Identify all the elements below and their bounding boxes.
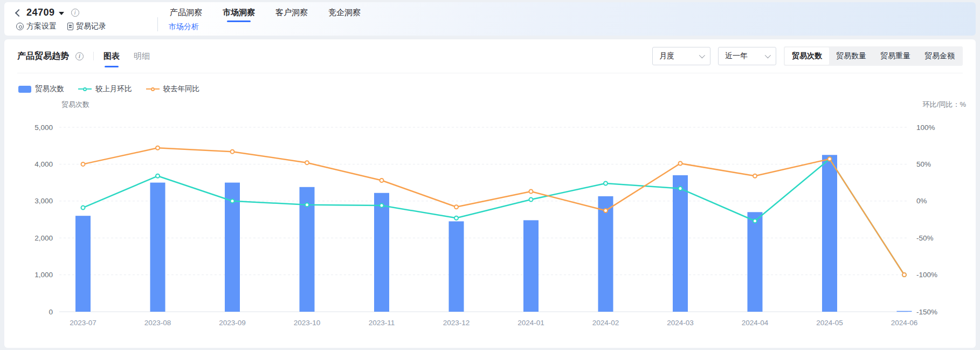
svg-text:0%: 0% — [916, 197, 927, 205]
legend-label: 较上月环比 — [95, 84, 132, 94]
svg-text:-150%: -150% — [916, 308, 937, 316]
tab-competitor-insight[interactable]: 竞企洞察 — [327, 5, 362, 22]
point-较上月环比-2023-12[interactable] — [454, 216, 458, 220]
caret-down-icon[interactable] — [59, 12, 64, 15]
svg-text:2023-07: 2023-07 — [70, 319, 96, 327]
point-较上月环比-2024-04[interactable] — [753, 219, 757, 223]
panel-header: 产品贸易趋势 i 图表 明细 月度 近一年 贸易次数 贸易数量 贸易重量 — [17, 39, 963, 73]
svg-text:3,000: 3,000 — [34, 197, 53, 205]
subnav-market-analysis[interactable]: 市场分析 — [169, 22, 362, 37]
legend-label: 较去年同比 — [163, 84, 200, 94]
svg-text:2024-02: 2024-02 — [592, 319, 619, 327]
legend-yoy[interactable]: 较去年同比 — [146, 84, 200, 94]
range-select-value: 近一年 — [725, 51, 748, 61]
bar-2023-11[interactable] — [374, 193, 389, 312]
point-较上月环比-2023-11[interactable] — [380, 204, 384, 208]
point-较上月环比-2024-02[interactable] — [604, 181, 608, 185]
settings-icon — [16, 23, 24, 30]
title-separator — [93, 52, 94, 60]
panel-controls: 月度 近一年 贸易次数 贸易数量 贸易重量 贸易金额 — [652, 46, 963, 66]
back-icon[interactable] — [15, 9, 23, 16]
tab-market-insight[interactable]: 市场洞察 — [222, 5, 256, 22]
point-较去年同比-2024-03[interactable] — [679, 162, 682, 166]
bar-2023-08[interactable] — [150, 183, 165, 312]
plan-settings-label: 方案设置 — [26, 22, 57, 31]
metric-trade-weight-button[interactable]: 贸易重量 — [873, 47, 917, 65]
svg-text:2024-06: 2024-06 — [891, 319, 918, 327]
point-较上月环比-2023-08[interactable] — [156, 174, 160, 178]
svg-text:2023-12: 2023-12 — [443, 319, 470, 327]
bar-2023-07[interactable] — [75, 216, 91, 312]
svg-text:50%: 50% — [916, 160, 931, 168]
point-较去年同比-2023-08[interactable] — [156, 146, 160, 150]
legend-label: 贸易次数 — [35, 84, 64, 94]
info-icon[interactable]: i — [71, 9, 79, 17]
point-较上月环比-2023-10[interactable] — [305, 203, 309, 207]
bar-2024-03[interactable] — [673, 175, 688, 312]
point-较上月环比-2023-07[interactable] — [81, 206, 85, 210]
metric-trade-quantity-button[interactable]: 贸易数量 — [829, 47, 873, 65]
svg-text:0: 0 — [49, 308, 53, 316]
trade-trend-chart[interactable]: 5,000100%4,00050%3,0000%2,000-50%1,000-1… — [17, 96, 971, 338]
point-较去年同比-2024-06[interactable] — [902, 273, 906, 277]
metric-trade-amount-button[interactable]: 贸易金额 — [917, 47, 962, 65]
point-较去年同比-2023-10[interactable] — [305, 161, 309, 164]
chart-legend: 贸易次数 较上月环比 较去年同比 — [17, 73, 963, 96]
line-marker-icon — [146, 87, 160, 91]
tab-product-insight[interactable]: 产品洞察 — [169, 5, 203, 22]
tab-chart-view[interactable]: 图表 — [103, 39, 120, 73]
svg-text:2023-09: 2023-09 — [219, 319, 246, 327]
svg-text:2024-01: 2024-01 — [517, 319, 544, 327]
trade-records-button[interactable]: 贸易记录 — [67, 22, 106, 31]
svg-text:环比/同比：%: 环比/同比：% — [922, 100, 967, 108]
bar-2023-12[interactable] — [449, 221, 464, 312]
svg-text:2023-10: 2023-10 — [294, 319, 321, 327]
svg-text:2024-04: 2024-04 — [742, 319, 769, 327]
period-select-value: 月度 — [659, 51, 674, 61]
range-select[interactable]: 近一年 — [718, 47, 776, 65]
bar-2024-01[interactable] — [523, 220, 539, 312]
bar-2024-04[interactable] — [748, 212, 763, 312]
svg-text:-50%: -50% — [916, 234, 934, 242]
plan-block: 24709 i 方案设置 贸易记录 — [16, 2, 157, 36]
chevron-down-icon — [765, 52, 771, 58]
bar-2024-06[interactable] — [897, 311, 912, 312]
svg-text:2023-11: 2023-11 — [369, 319, 395, 327]
point-较上月环比-2024-01[interactable] — [529, 198, 533, 202]
line-marker-icon — [78, 87, 92, 91]
svg-text:5,000: 5,000 — [34, 123, 53, 132]
metric-button-group: 贸易次数 贸易数量 贸易重量 贸易金额 — [784, 46, 963, 66]
tab-customer-insight[interactable]: 客户洞察 — [274, 5, 309, 22]
legend-trade-count[interactable]: 贸易次数 — [18, 84, 64, 94]
point-较去年同比-2024-01[interactable] — [529, 190, 533, 194]
panel-info-icon[interactable]: i — [75, 52, 84, 60]
trade-records-label: 贸易记录 — [76, 22, 106, 31]
plan-id[interactable]: 24709 — [26, 7, 55, 18]
bar-2024-02[interactable] — [598, 196, 613, 312]
point-较去年同比-2023-12[interactable] — [454, 205, 458, 209]
document-icon — [67, 23, 73, 30]
tab-detail-view[interactable]: 明细 — [134, 39, 150, 73]
point-较去年同比-2023-09[interactable] — [231, 150, 234, 154]
svg-text:4,000: 4,000 — [34, 160, 53, 168]
plan-settings-button[interactable]: 方案设置 — [16, 22, 57, 31]
nav-block: 产品洞察 市场洞察 客户洞察 竞企洞察 市场分析 — [169, 2, 362, 36]
period-select[interactable]: 月度 — [652, 47, 710, 65]
point-较去年同比-2024-04[interactable] — [753, 174, 757, 178]
point-较去年同比-2024-02[interactable] — [604, 209, 608, 212]
top-header: 24709 i 方案设置 贸易记录 产品洞察 市场洞察 客户洞察 — [4, 2, 976, 36]
point-较去年同比-2024-05[interactable] — [828, 157, 832, 161]
main-tabs: 产品洞察 市场洞察 客户洞察 竞企洞察 — [169, 5, 362, 22]
point-较去年同比-2023-11[interactable] — [380, 179, 384, 182]
legend-mom[interactable]: 较上月环比 — [78, 84, 132, 94]
point-较上月环比-2024-03[interactable] — [679, 187, 682, 190]
metric-trade-count-button[interactable]: 贸易次数 — [785, 47, 829, 65]
point-较去年同比-2023-07[interactable] — [81, 162, 85, 166]
bar-2024-05[interactable] — [822, 155, 837, 312]
page: 24709 i 方案设置 贸易记录 产品洞察 市场洞察 客户洞察 — [0, 0, 980, 350]
chevron-down-icon — [699, 52, 705, 58]
point-较上月环比-2023-09[interactable] — [231, 199, 234, 203]
svg-text:1,000: 1,000 — [34, 271, 53, 279]
panel-title-text: 产品贸易趋势 — [17, 51, 69, 62]
svg-text:2,000: 2,000 — [34, 234, 53, 242]
